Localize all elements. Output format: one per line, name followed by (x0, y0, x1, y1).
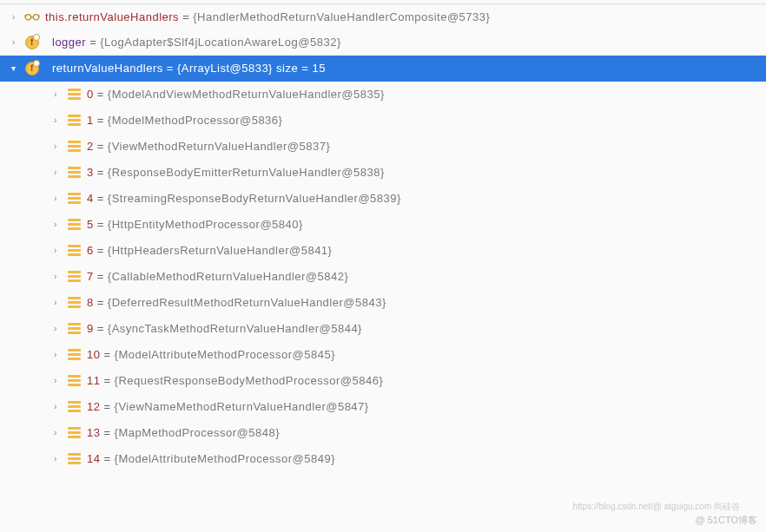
tree-row[interactable]: ›1 = {ModelMethodProcessor@5836} (0, 108, 766, 134)
array-element-icon (66, 87, 82, 102)
variable-value: {StreamingResponseBodyReturnValueHandler… (108, 192, 401, 205)
variable-name: 14 (87, 452, 100, 465)
array-element-icon (66, 321, 82, 337)
variable-name: 4 (87, 192, 94, 205)
equals-sign: = (100, 374, 114, 387)
variable-name: 9 (87, 322, 94, 335)
equals-sign: = (100, 452, 114, 465)
tree-row[interactable]: ›7 = {CallableMethodReturnValueHandler@5… (0, 264, 766, 290)
tree-row[interactable]: ›0 = {ModelAndViewMethodReturnValueHandl… (0, 82, 766, 108)
expand-chevron-icon[interactable]: › (49, 452, 63, 466)
variable-name: 5 (87, 218, 94, 231)
variable-name: 2 (87, 140, 94, 153)
variable-value: {ModelAttributeMethodProcessor@5849} (115, 452, 336, 465)
array-element-icon (66, 269, 82, 285)
equals-sign: = (100, 348, 114, 361)
equals-sign: = (94, 88, 108, 101)
watermark-main: @ 51CTO博客 (696, 514, 757, 527)
variable-value: {HandlerMethodReturnValueHandlerComposit… (193, 10, 490, 23)
variable-value: {DeferredResultMethodReturnValueHandler@… (108, 296, 386, 309)
array-element-icon (66, 425, 82, 441)
expand-chevron-icon[interactable]: › (49, 166, 63, 180)
variable-value: {RequestResponseBodyMethodProcessor@5846… (115, 374, 384, 387)
tree-row[interactable]: ›6 = {HttpHeadersReturnValueHandler@5841… (0, 238, 766, 264)
variable-name: 3 (87, 166, 94, 179)
variable-value: {ArrayList@5833} size = 15 (177, 62, 326, 75)
watermark-sub: https://blog.csdn.net/@ atguigu.com 尚硅谷 (573, 501, 740, 513)
variable-value: {AsyncTaskMethodReturnValueHandler@5844} (108, 322, 362, 335)
equals-sign: = (94, 296, 108, 309)
tree-row[interactable]: ›flogger = {LogAdapter$Slf4jLocationAwar… (0, 30, 766, 56)
expand-chevron-icon[interactable]: › (49, 192, 63, 206)
variable-name: 8 (87, 296, 94, 309)
array-element-icon (66, 295, 82, 311)
equals-sign: = (86, 36, 100, 49)
equals-sign: = (94, 322, 108, 335)
expand-chevron-icon[interactable]: › (49, 88, 63, 102)
tree-row[interactable]: ›3 = {ResponseBodyEmitterReturnValueHand… (0, 160, 766, 186)
tree-row[interactable]: ›5 = {HttpEntityMethodProcessor@5840} (0, 212, 766, 238)
variable-name: logger (52, 36, 86, 49)
tree-row[interactable]: ›8 = {DeferredResultMethodReturnValueHan… (0, 290, 766, 316)
array-element-icon (66, 113, 82, 128)
equals-sign: = (94, 192, 108, 205)
array-element-icon (66, 347, 82, 363)
equals-sign: = (94, 140, 108, 153)
variable-name: 10 (87, 348, 100, 361)
variable-value: {HttpHeadersReturnValueHandler@5841} (108, 244, 333, 257)
variable-value: {HttpEntityMethodProcessor@5840} (108, 218, 303, 231)
array-element-icon (66, 165, 82, 181)
tree-row[interactable]: ›9 = {AsyncTaskMethodReturnValueHandler@… (0, 316, 766, 342)
variable-value: {ViewNameMethodReturnValueHandler@5847} (115, 400, 369, 413)
expand-chevron-icon[interactable]: › (7, 10, 21, 23)
expand-chevron-icon[interactable]: › (49, 374, 63, 388)
tree-row[interactable]: ›14 = {ModelAttributeMethodProcessor@584… (0, 446, 766, 472)
variable-name: 6 (87, 244, 94, 257)
expand-chevron-icon[interactable]: › (49, 296, 63, 310)
variable-name: 7 (87, 270, 94, 283)
expand-chevron-icon[interactable]: › (49, 348, 63, 362)
equals-sign: = (100, 400, 114, 413)
tree-row[interactable]: ›2 = {ViewMethodReturnValueHandler@5837} (0, 134, 766, 160)
tree-row[interactable]: ›this.returnValueHandlers = {HandlerMeth… (0, 3, 766, 30)
variable-name: 12 (87, 400, 100, 413)
tree-row[interactable]: ›4 = {StreamingResponseBodyReturnValueHa… (0, 186, 766, 212)
expand-chevron-icon[interactable]: › (49, 244, 63, 258)
variable-name: this.returnValueHandlers (45, 10, 179, 23)
array-element-icon (66, 243, 82, 259)
array-element-icon (66, 191, 82, 207)
equals-sign: = (94, 218, 108, 231)
debugger-variables-tree: ›this.returnValueHandlers = {HandlerMeth… (0, 0, 766, 472)
expand-chevron-icon[interactable]: › (49, 218, 63, 232)
array-element-icon (66, 451, 82, 467)
equals-sign: = (94, 244, 108, 257)
expand-chevron-icon[interactable]: › (7, 36, 21, 49)
equals-sign: = (100, 426, 114, 439)
expand-chevron-icon[interactable]: › (49, 400, 63, 414)
variable-value: {ModelAndViewMethodReturnValueHandler@58… (108, 88, 385, 101)
variable-value: {ModelAttributeMethodProcessor@5845} (115, 348, 336, 361)
expand-chevron-icon[interactable]: ▾ (7, 62, 21, 76)
variable-value: {ResponseBodyEmitterReturnValueHandler@5… (108, 166, 385, 179)
watch-icon (24, 9, 40, 24)
equals-sign: = (94, 270, 108, 283)
tree-row[interactable]: ›12 = {ViewNameMethodReturnValueHandler@… (0, 394, 766, 420)
variable-name: 11 (87, 374, 100, 387)
expand-chevron-icon[interactable]: › (49, 322, 63, 336)
array-element-icon (66, 399, 82, 415)
tree-row[interactable]: ▾freturnValueHandlers = {ArrayList@5833}… (0, 56, 766, 82)
tree-row[interactable]: ›11 = {RequestResponseBodyMethodProcesso… (0, 368, 766, 394)
svg-point-0 (25, 15, 30, 20)
expand-chevron-icon[interactable]: › (49, 426, 63, 440)
expand-chevron-icon[interactable]: › (49, 114, 63, 128)
variable-value: {MapMethodProcessor@5848} (115, 426, 280, 439)
tree-row[interactable]: ›13 = {MapMethodProcessor@5848} (0, 420, 766, 446)
array-element-icon (66, 139, 82, 154)
variable-value: {ViewMethodReturnValueHandler@5837} (108, 140, 330, 153)
expand-chevron-icon[interactable]: › (49, 140, 63, 154)
equals-sign: = (179, 10, 193, 23)
variable-value: {CallableMethodReturnValueHandler@5842} (108, 270, 348, 283)
tree-row[interactable]: ›10 = {ModelAttributeMethodProcessor@584… (0, 342, 766, 368)
expand-chevron-icon[interactable]: › (49, 270, 63, 284)
array-element-icon (66, 373, 82, 389)
